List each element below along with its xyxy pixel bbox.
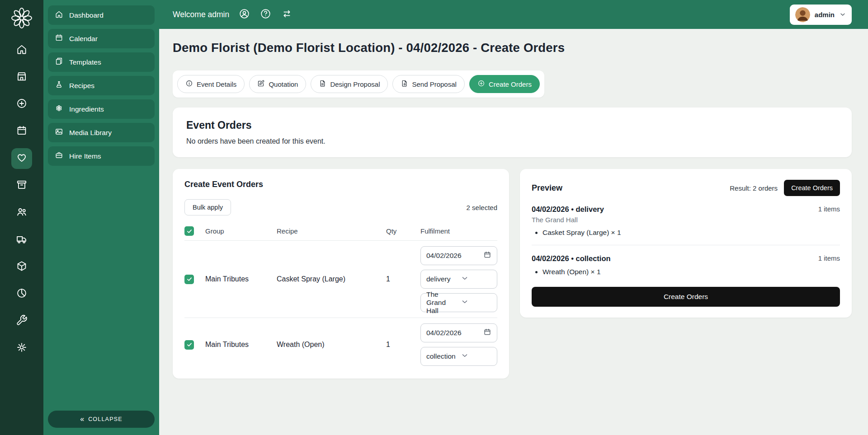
account-button[interactable] [238,8,250,21]
selected-location: The Grand Hall [426,290,457,315]
collapse-button[interactable]: « COLLAPSE [48,411,155,428]
users-icon [16,206,28,220]
sidebar-item-ingredients[interactable]: Ingredients [48,99,155,119]
gear-icon [16,341,28,355]
tab-bar: Event Details Quotation Design Proposal … [173,70,544,98]
result-count: Result: 2 orders [730,184,778,192]
preview-order: 04/02/2026 • collection 1 items Wreath (… [532,254,840,276]
create-orders-button-top[interactable]: Create Orders [784,180,840,196]
chevron-down-icon [461,298,491,308]
rail-item-settings[interactable] [11,338,32,359]
fulfilment-cell: collection [420,323,497,366]
collapse-label: COLLAPSE [88,416,123,422]
flower-icon [55,104,63,114]
sidebar-item-label: Ingredients [69,105,104,113]
chevrons-left-icon: « [80,415,84,423]
rail-item-add[interactable] [11,94,32,115]
rail-item-calendar[interactable] [11,121,32,142]
sidebar-item-media-library[interactable]: Media Library [48,123,155,142]
order-item: Wreath (Open) × 1 [542,268,840,276]
tab-design-proposal[interactable]: Design Proposal [311,75,388,93]
row-checkbox[interactable] [184,340,194,350]
heart-icon [16,152,28,165]
rail-item-products[interactable] [11,257,32,277]
order-heading: 04/02/2026 • delivery [532,205,604,214]
main-content: Demo Florist (Demo Florist Location) - 0… [159,29,868,435]
pages-icon [55,57,63,67]
sidebar-item-dashboard[interactable]: Dashboard [48,5,155,25]
date-input[interactable] [426,329,480,337]
selected-method: delivery [426,275,457,283]
bulk-apply-button[interactable]: Bulk apply [184,199,231,215]
divider [532,245,840,245]
pencil-icon [257,80,265,89]
select-all-checkbox[interactable] [184,226,194,236]
sidebar-menu: Dashboard Calendar Templates Recipes Ing… [43,0,159,435]
fulfilment-location-select[interactable]: The Grand Hall [420,293,497,312]
sidebar-item-templates[interactable]: Templates [48,52,155,72]
row-checkbox[interactable] [184,275,194,284]
send-document-icon [401,80,408,89]
calendar-icon [16,125,28,138]
app-logo[interactable] [9,5,34,31]
tab-create-orders[interactable]: Create Orders [469,75,540,93]
sidebar-item-label: Media Library [69,129,112,137]
group-cell: Main Tributes [205,341,274,349]
table-row: Main Tributes Wreath (Open) 1 collection [184,318,497,371]
chevron-down-icon [839,11,846,18]
switch-button[interactable] [281,8,293,21]
preview-title: Preview [532,183,562,193]
create-event-orders-card: Create Event Orders Bulk apply 2 selecte… [173,169,509,379]
rail-item-deliveries[interactable] [11,229,32,250]
rail-item-customers[interactable] [11,202,32,223]
event-orders-empty-message: No orders have been created for this eve… [186,137,838,145]
column-header-group: Group [205,227,274,235]
fulfilment-method-select[interactable]: collection [420,347,497,366]
date-input[interactable] [426,252,480,260]
sidebar-item-label: Templates [69,58,101,66]
column-header-recipe: Recipe [277,227,383,235]
tab-send-proposal[interactable]: Send Proposal [392,75,464,93]
welcome-text: Welcome admin [173,10,229,19]
tab-event-details[interactable]: Event Details [177,75,245,93]
rail-item-archive[interactable] [11,175,32,196]
table-header: Group Recipe Qty Fulfilment [184,222,497,241]
topbar: Welcome admin admin [159,0,868,29]
sidebar-item-calendar[interactable]: Calendar [48,29,155,48]
rail-item-shop[interactable] [11,67,32,88]
sidebar-item-label: Hire Items [69,152,101,160]
home-icon [55,10,63,20]
fulfilment-date-field[interactable] [420,246,497,265]
sidebar-item-hire-items[interactable]: Hire Items [48,146,155,166]
sidebar-item-label: Dashboard [69,11,104,19]
fulfilment-method-select[interactable]: delivery [420,270,497,289]
shop-icon [16,70,28,84]
help-button[interactable] [259,8,272,21]
truck-icon [16,233,28,247]
order-items-list: Wreath (Open) × 1 [532,268,840,276]
tab-quotation[interactable]: Quotation [249,75,306,93]
order-items-count: 1 items [818,205,840,213]
document-icon [319,80,326,89]
chevron-down-icon [461,274,491,284]
qty-cell: 1 [386,341,418,349]
icon-rail [0,0,43,435]
fulfilment-date-field[interactable] [420,323,497,342]
order-items-list: Casket Spray (Large) × 1 [532,229,840,237]
event-orders-card: Event Orders No orders have been created… [173,108,852,157]
rail-item-dashboard[interactable] [11,40,32,61]
sidebar-item-recipes[interactable]: Recipes [48,76,155,95]
user-menu[interactable]: admin [790,5,852,25]
create-orders-button-bottom[interactable]: Create Orders [532,287,840,307]
sidebar-item-label: Calendar [69,35,98,43]
flower-logo-icon [9,5,34,31]
rail-item-reports[interactable] [11,284,32,304]
rail-item-favourites[interactable] [11,148,32,169]
briefcase-icon [55,151,63,161]
columns: Create Event Orders Bulk apply 2 selecte… [173,169,852,379]
swap-arrows-icon [281,8,293,21]
pie-chart-icon [16,287,28,301]
rail-item-tools[interactable] [11,311,32,332]
help-circle-icon [259,8,272,21]
archive-icon [16,179,28,192]
